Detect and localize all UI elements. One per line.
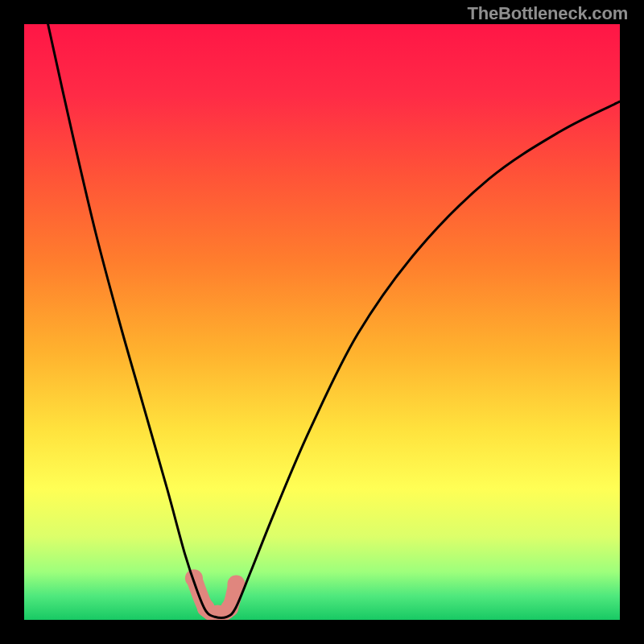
highlight-markers (185, 569, 246, 620)
curve-layer (24, 24, 620, 620)
bottleneck-curve (48, 24, 620, 617)
plot-area (24, 24, 620, 620)
watermark-text: TheBottleneck.com (467, 3, 628, 24)
chart-frame: TheBottleneck.com (0, 0, 644, 644)
